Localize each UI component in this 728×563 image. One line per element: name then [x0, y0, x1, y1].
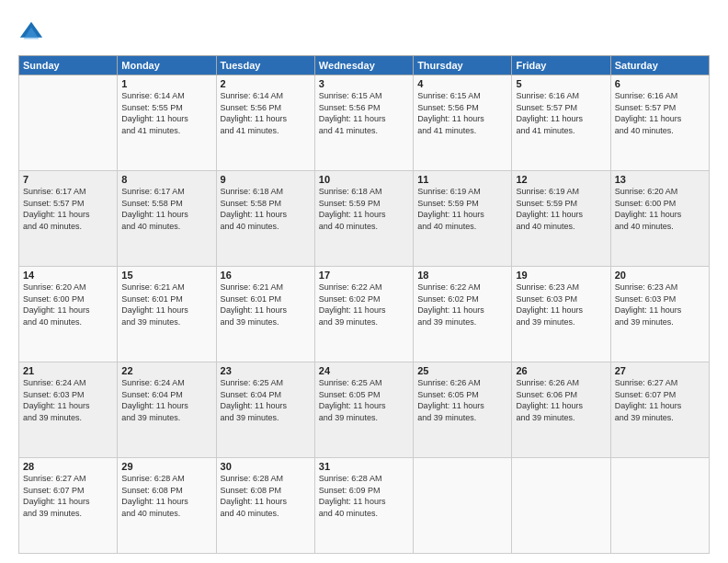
page: SundayMondayTuesdayWednesdayThursdayFrid… — [0, 0, 728, 563]
calendar-cell — [19, 75, 118, 171]
weekday-header-cell: Monday — [118, 56, 216, 75]
calendar-cell: 10Sunrise: 6:18 AM Sunset: 5:59 PM Dayli… — [314, 171, 413, 267]
calendar-cell: 31Sunrise: 6:28 AM Sunset: 6:09 PM Dayli… — [314, 458, 413, 554]
day-info: Sunrise: 6:25 AM Sunset: 6:04 PM Dayligh… — [221, 377, 311, 423]
calendar-cell: 30Sunrise: 6:28 AM Sunset: 6:08 PM Dayli… — [216, 458, 314, 554]
day-info: Sunrise: 6:23 AM Sunset: 6:03 PM Dayligh… — [516, 282, 606, 327]
day-number: 28 — [23, 461, 113, 472]
calendar-cell: 19Sunrise: 6:23 AM Sunset: 6:03 PM Dayli… — [512, 267, 610, 362]
calendar-cell: 8Sunrise: 6:17 AM Sunset: 5:58 PM Daylig… — [118, 171, 216, 267]
calendar-cell: 22Sunrise: 6:24 AM Sunset: 6:04 PM Dayli… — [118, 362, 216, 458]
calendar-cell: 5Sunrise: 6:16 AM Sunset: 5:57 PM Daylig… — [512, 75, 610, 171]
day-info: Sunrise: 6:17 AM Sunset: 5:57 PM Dayligh… — [23, 186, 113, 232]
day-info: Sunrise: 6:24 AM Sunset: 6:04 PM Dayligh… — [121, 377, 211, 423]
calendar-cell: 17Sunrise: 6:22 AM Sunset: 6:02 PM Dayli… — [314, 267, 413, 362]
day-info: Sunrise: 6:22 AM Sunset: 6:02 PM Dayligh… — [319, 282, 409, 327]
day-number: 19 — [516, 270, 606, 281]
day-number: 9 — [221, 174, 311, 185]
day-number: 27 — [615, 365, 705, 376]
day-number: 22 — [121, 365, 211, 376]
weekday-header-cell: Sunday — [19, 56, 118, 75]
day-number: 4 — [417, 78, 507, 89]
calendar-week-row: 21Sunrise: 6:24 AM Sunset: 6:03 PM Dayli… — [19, 362, 710, 458]
calendar-week-row: 7Sunrise: 6:17 AM Sunset: 5:57 PM Daylig… — [19, 171, 710, 267]
day-number: 12 — [516, 174, 606, 185]
day-number: 20 — [615, 270, 705, 281]
header — [18, 17, 710, 46]
day-info: Sunrise: 6:27 AM Sunset: 6:07 PM Dayligh… — [615, 377, 705, 423]
day-number: 18 — [417, 270, 507, 281]
day-info: Sunrise: 6:15 AM Sunset: 5:56 PM Dayligh… — [417, 90, 507, 136]
logo-icon — [18, 20, 44, 46]
calendar-cell — [512, 458, 610, 554]
day-info: Sunrise: 6:20 AM Sunset: 6:00 PM Dayligh… — [23, 282, 113, 327]
day-info: Sunrise: 6:18 AM Sunset: 5:58 PM Dayligh… — [221, 186, 311, 232]
calendar-cell — [610, 458, 709, 554]
day-number: 17 — [319, 270, 409, 281]
day-number: 5 — [516, 78, 606, 89]
day-info: Sunrise: 6:28 AM Sunset: 6:09 PM Dayligh… — [319, 473, 409, 519]
calendar-cell: 21Sunrise: 6:24 AM Sunset: 6:03 PM Dayli… — [19, 362, 118, 458]
calendar-table: SundayMondayTuesdayWednesdayThursdayFrid… — [18, 55, 710, 554]
calendar-cell: 6Sunrise: 6:16 AM Sunset: 5:57 PM Daylig… — [610, 75, 709, 171]
day-info: Sunrise: 6:21 AM Sunset: 6:01 PM Dayligh… — [221, 282, 311, 327]
calendar-cell: 23Sunrise: 6:25 AM Sunset: 6:04 PM Dayli… — [216, 362, 314, 458]
day-info: Sunrise: 6:25 AM Sunset: 6:05 PM Dayligh… — [319, 377, 409, 423]
day-number: 8 — [121, 174, 211, 185]
calendar-week-row: 14Sunrise: 6:20 AM Sunset: 6:00 PM Dayli… — [19, 267, 710, 362]
logo — [18, 20, 46, 46]
day-info: Sunrise: 6:18 AM Sunset: 5:59 PM Dayligh… — [319, 186, 409, 232]
day-number: 14 — [23, 270, 113, 281]
day-number: 1 — [121, 78, 211, 89]
day-info: Sunrise: 6:20 AM Sunset: 6:00 PM Dayligh… — [615, 186, 705, 232]
day-number: 15 — [121, 270, 211, 281]
calendar-cell: 14Sunrise: 6:20 AM Sunset: 6:00 PM Dayli… — [19, 267, 118, 362]
weekday-header: SundayMondayTuesdayWednesdayThursdayFrid… — [19, 56, 710, 75]
calendar-cell: 20Sunrise: 6:23 AM Sunset: 6:03 PM Dayli… — [610, 267, 709, 362]
calendar-cell: 9Sunrise: 6:18 AM Sunset: 5:58 PM Daylig… — [216, 171, 314, 267]
day-number: 11 — [417, 174, 507, 185]
day-number: 10 — [319, 174, 409, 185]
calendar-cell: 1Sunrise: 6:14 AM Sunset: 5:55 PM Daylig… — [118, 75, 216, 171]
day-info: Sunrise: 6:26 AM Sunset: 6:05 PM Dayligh… — [417, 377, 507, 423]
day-info: Sunrise: 6:23 AM Sunset: 6:03 PM Dayligh… — [615, 282, 705, 327]
day-number: 3 — [319, 78, 409, 89]
calendar-cell: 25Sunrise: 6:26 AM Sunset: 6:05 PM Dayli… — [414, 362, 512, 458]
calendar-week-row: 1Sunrise: 6:14 AM Sunset: 5:55 PM Daylig… — [19, 75, 710, 171]
calendar-cell: 12Sunrise: 6:19 AM Sunset: 5:59 PM Dayli… — [512, 171, 610, 267]
calendar-cell: 15Sunrise: 6:21 AM Sunset: 6:01 PM Dayli… — [118, 267, 216, 362]
day-number: 31 — [319, 461, 409, 472]
day-info: Sunrise: 6:22 AM Sunset: 6:02 PM Dayligh… — [417, 282, 507, 327]
calendar-cell: 24Sunrise: 6:25 AM Sunset: 6:05 PM Dayli… — [314, 362, 413, 458]
calendar-cell: 26Sunrise: 6:26 AM Sunset: 6:06 PM Dayli… — [512, 362, 610, 458]
day-number: 7 — [23, 174, 113, 185]
weekday-header-cell: Tuesday — [216, 56, 314, 75]
calendar-cell: 27Sunrise: 6:27 AM Sunset: 6:07 PM Dayli… — [610, 362, 709, 458]
day-info: Sunrise: 6:28 AM Sunset: 6:08 PM Dayligh… — [121, 473, 211, 519]
calendar-week-row: 28Sunrise: 6:27 AM Sunset: 6:07 PM Dayli… — [19, 458, 710, 554]
day-info: Sunrise: 6:24 AM Sunset: 6:03 PM Dayligh… — [23, 377, 113, 423]
day-info: Sunrise: 6:19 AM Sunset: 5:59 PM Dayligh… — [516, 186, 606, 232]
calendar-cell: 3Sunrise: 6:15 AM Sunset: 5:56 PM Daylig… — [314, 75, 413, 171]
day-number: 26 — [516, 365, 606, 376]
day-number: 23 — [221, 365, 311, 376]
day-info: Sunrise: 6:14 AM Sunset: 5:56 PM Dayligh… — [221, 90, 311, 136]
day-number: 16 — [221, 270, 311, 281]
day-number: 24 — [319, 365, 409, 376]
day-info: Sunrise: 6:15 AM Sunset: 5:56 PM Dayligh… — [319, 90, 409, 136]
day-number: 2 — [221, 78, 311, 89]
calendar-cell: 2Sunrise: 6:14 AM Sunset: 5:56 PM Daylig… — [216, 75, 314, 171]
day-number: 25 — [417, 365, 507, 376]
day-info: Sunrise: 6:28 AM Sunset: 6:08 PM Dayligh… — [221, 473, 311, 519]
calendar-cell: 28Sunrise: 6:27 AM Sunset: 6:07 PM Dayli… — [19, 458, 118, 554]
day-number: 6 — [615, 78, 705, 89]
day-info: Sunrise: 6:16 AM Sunset: 5:57 PM Dayligh… — [516, 90, 606, 136]
calendar-cell: 11Sunrise: 6:19 AM Sunset: 5:59 PM Dayli… — [414, 171, 512, 267]
calendar-cell: 13Sunrise: 6:20 AM Sunset: 6:00 PM Dayli… — [610, 171, 709, 267]
calendar-cell: 29Sunrise: 6:28 AM Sunset: 6:08 PM Dayli… — [118, 458, 216, 554]
calendar-cell: 4Sunrise: 6:15 AM Sunset: 5:56 PM Daylig… — [414, 75, 512, 171]
day-number: 30 — [221, 461, 311, 472]
day-info: Sunrise: 6:17 AM Sunset: 5:58 PM Dayligh… — [121, 186, 211, 232]
day-info: Sunrise: 6:27 AM Sunset: 6:07 PM Dayligh… — [23, 473, 113, 519]
day-number: 21 — [23, 365, 113, 376]
